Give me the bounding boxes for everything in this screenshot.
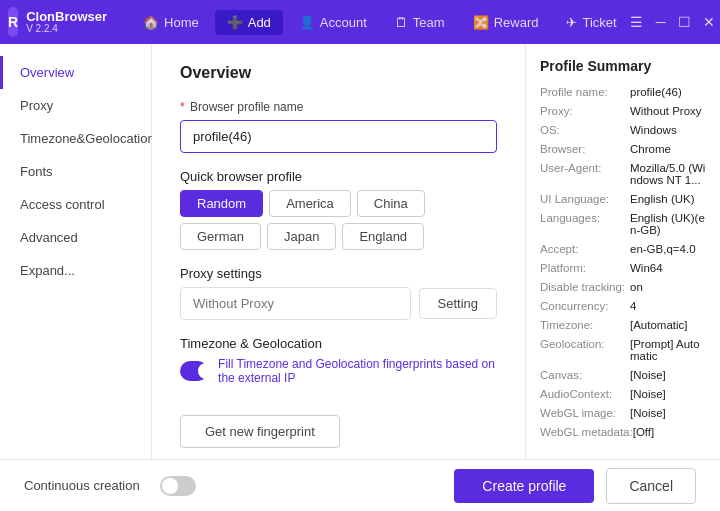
fingerprint-button[interactable]: Get new fingerprint [180, 415, 340, 448]
create-profile-button[interactable]: Create profile [454, 469, 594, 503]
summary-row-0: Profile name: profile(46) [540, 86, 706, 98]
maximize-icon[interactable]: ☐ [677, 14, 693, 30]
profile-name-label: * Browser profile name [180, 100, 497, 114]
profile-name-input[interactable] [180, 120, 497, 153]
nav-bar: 🏠 Home ➕ Add 👤 Account 🗒 Team 🔀 Reward ✈… [131, 10, 629, 35]
titlebar: R ClonBrowser V 2.2.4 🏠 Home ➕ Add 👤 Acc… [0, 0, 720, 44]
sidebar-item-advanced[interactable]: Advanced [0, 221, 151, 254]
nav-team[interactable]: 🗒 Team [383, 10, 457, 35]
quick-profile-label: Quick browser profile [180, 169, 497, 184]
sidebar-item-access[interactable]: Access control [0, 188, 151, 221]
summary-row-8: Platform: Win64 [540, 262, 706, 274]
summary-rows: Profile name: profile(46) Proxy: Without… [540, 86, 706, 438]
quick-profile-group: Quick browser profile Random America Chi… [180, 169, 497, 250]
summary-row-2: OS: Windows [540, 124, 706, 136]
plus-icon: ➕ [227, 15, 243, 30]
minimize-icon[interactable]: ─ [653, 14, 669, 30]
summary-row-9: Disable tracking: on [540, 281, 706, 293]
app-name: ClonBrowser [26, 10, 107, 23]
profile-name-group: * Browser profile name [180, 100, 497, 153]
summary-row-16: WebGL metadata: [Off] [540, 426, 706, 438]
app-logo: R [8, 7, 18, 37]
sidebar: Overview Proxy Timezone&Geolocation Font… [0, 44, 152, 459]
summary-row-10: Concurrency: 4 [540, 300, 706, 312]
timezone-group: Timezone & Geolocation Fill Timezone and… [180, 336, 497, 385]
home-icon: 🏠 [143, 15, 159, 30]
timezone-label: Timezone & Geolocation [180, 336, 497, 351]
summary-row-3: Browser: Chrome [540, 143, 706, 155]
nav-reward[interactable]: 🔀 Reward [461, 10, 551, 35]
timezone-toggle-row: Fill Timezone and Geolocation fingerprin… [180, 357, 497, 385]
nav-add[interactable]: ➕ Add [215, 10, 283, 35]
close-icon[interactable]: ✕ [701, 14, 717, 30]
window-controls: ☰ ─ ☐ ✕ [629, 14, 717, 30]
footer: Continuous creation Create profile Cance… [0, 459, 720, 511]
summary-row-6: Languages: English (UK)(en-GB) [540, 212, 706, 236]
summary-row-4: User-Agent: Mozilla/5.0 (Windows NT 1... [540, 162, 706, 186]
timezone-desc: Fill Timezone and Geolocation fingerprin… [218, 357, 497, 385]
reward-icon: 🔀 [473, 15, 489, 30]
summary-row-12: Geolocation: [Prompt] Automatic [540, 338, 706, 362]
continuous-toggle[interactable] [160, 476, 196, 496]
main-layout: Overview Proxy Timezone&Geolocation Font… [0, 44, 720, 459]
app-version: V 2.2.4 [26, 23, 107, 34]
proxy-settings-group: Proxy settings Setting [180, 266, 497, 320]
summary-row-14: AudioContext: [Noise] [540, 388, 706, 400]
profile-btn-england[interactable]: England [342, 223, 424, 250]
nav-ticket[interactable]: ✈ Ticket [554, 10, 628, 35]
summary-row-5: UI Language: English (UK) [540, 193, 706, 205]
summary-title: Profile Summary [540, 58, 706, 74]
continuous-label: Continuous creation [24, 478, 140, 493]
red-arrow-svg [152, 253, 168, 333]
summary-row-13: Canvas: [Noise] [540, 369, 706, 381]
content: Overview * Browser profile name Quick br… [152, 44, 525, 459]
profile-btn-china[interactable]: China [357, 190, 425, 217]
summary-row-7: Accept: en-GB,q=4.0 [540, 243, 706, 255]
profile-btn-japan[interactable]: Japan [267, 223, 336, 250]
summary-row-11: Timezone: [Automatic] [540, 319, 706, 331]
nav-account[interactable]: 👤 Account [287, 10, 379, 35]
profile-btn-german[interactable]: German [180, 223, 261, 250]
summary-row-1: Proxy: Without Proxy [540, 105, 706, 117]
proxy-setting-button[interactable]: Setting [419, 288, 497, 319]
user-icon: 👤 [299, 15, 315, 30]
sidebar-item-proxy[interactable]: Proxy [0, 89, 151, 122]
profile-btn-america[interactable]: America [269, 190, 351, 217]
ticket-icon: ✈ [566, 15, 577, 30]
quick-profile-buttons: Random America China German Japan Englan… [180, 190, 497, 250]
proxy-input[interactable] [180, 287, 411, 320]
sidebar-item-overview[interactable]: Overview [0, 56, 151, 89]
summary-panel: Profile Summary Profile name: profile(46… [525, 44, 720, 459]
summary-row-15: WebGL image: [Noise] [540, 407, 706, 419]
proxy-settings-label: Proxy settings [180, 266, 497, 281]
menu-icon[interactable]: ☰ [629, 14, 645, 30]
timezone-toggle[interactable] [180, 361, 208, 381]
cancel-button[interactable]: Cancel [606, 468, 696, 504]
app-name-block: ClonBrowser V 2.2.4 [26, 10, 107, 34]
sidebar-item-timezone[interactable]: Timezone&Geolocation [0, 122, 151, 155]
profile-btn-random[interactable]: Random [180, 190, 263, 217]
nav-home[interactable]: 🏠 Home [131, 10, 211, 35]
content-area: Overview * Browser profile name Quick br… [152, 44, 720, 459]
team-icon: 🗒 [395, 15, 408, 30]
sidebar-item-fonts[interactable]: Fonts [0, 155, 151, 188]
page-title: Overview [180, 64, 497, 82]
sidebar-item-expand[interactable]: Expand... [0, 254, 151, 287]
proxy-row: Setting [180, 287, 497, 320]
